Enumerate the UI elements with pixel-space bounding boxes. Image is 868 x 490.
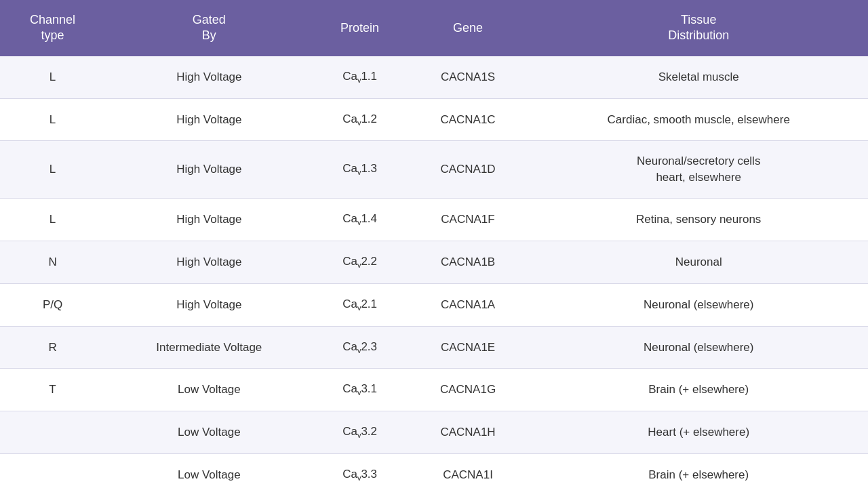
table-row: LHigh VoltageCav1.2CACNA1CCardiac, smoot… — [0, 98, 868, 141]
cell-protein: Cav2.1 — [313, 283, 407, 326]
table-container: Channeltype GatedBy Protein Gene TissueD… — [0, 0, 868, 490]
cell-channel-type: T — [0, 369, 105, 411]
cell-gated-by: High Voltage — [105, 199, 313, 241]
cell-gene: CACNA1A — [407, 283, 530, 326]
cell-tissue-distribution: Neuronal/secretory cellsheart, elsewhere — [529, 141, 868, 199]
table-row: LHigh VoltageCav1.4CACNA1FRetina, sensor… — [0, 199, 868, 241]
cell-protein: Cav1.4 — [313, 199, 407, 241]
cell-gated-by: Low Voltage — [105, 454, 313, 490]
cell-gated-by: High Voltage — [105, 98, 313, 141]
cell-channel-type: L — [0, 98, 105, 141]
cell-protein: Cav3.2 — [313, 411, 407, 454]
table-row: RIntermediate VoltageCav2.3CACNA1ENeuron… — [0, 326, 868, 369]
cell-protein: Cav3.1 — [313, 369, 407, 411]
header-tissue-distribution: TissueDistribution — [529, 0, 868, 56]
cell-protein: Cav1.2 — [313, 98, 407, 141]
cell-protein: Cav1.3 — [313, 141, 407, 199]
cell-gene: CACNA1I — [407, 454, 530, 490]
calcium-channel-table: Channeltype GatedBy Protein Gene TissueD… — [0, 0, 868, 490]
header-protein: Protein — [313, 0, 407, 56]
cell-gene: CACNA1B — [407, 241, 530, 283]
header-gene: Gene — [407, 0, 530, 56]
cell-gene: CACNA1G — [407, 369, 530, 411]
cell-gated-by: High Voltage — [105, 241, 313, 283]
cell-tissue-distribution: Brain (+ elsewhere) — [529, 454, 868, 490]
cell-gene: CACNA1C — [407, 98, 530, 141]
cell-gated-by: High Voltage — [105, 56, 313, 98]
cell-tissue-distribution: Neuronal (elsewhere) — [529, 326, 868, 369]
cell-channel-type: P/Q — [0, 283, 105, 326]
cell-channel-type: L — [0, 56, 105, 98]
cell-channel-type: L — [0, 199, 105, 241]
cell-gated-by: Intermediate Voltage — [105, 326, 313, 369]
cell-tissue-distribution: Cardiac, smooth muscle, elsewhere — [529, 98, 868, 141]
cell-tissue-distribution: Brain (+ elsewhere) — [529, 369, 868, 411]
cell-tissue-distribution: Skeletal muscle — [529, 56, 868, 98]
cell-tissue-distribution: Retina, sensory neurons — [529, 199, 868, 241]
cell-channel-type — [0, 411, 105, 454]
cell-tissue-distribution: Neuronal (elsewhere) — [529, 283, 868, 326]
cell-channel-type: L — [0, 141, 105, 199]
table-row: TLow VoltageCav3.1CACNA1GBrain (+ elsewh… — [0, 369, 868, 411]
table-row: P/QHigh VoltageCav2.1CACNA1ANeuronal (el… — [0, 283, 868, 326]
cell-gated-by: High Voltage — [105, 283, 313, 326]
table-row: NHigh VoltageCav2.2CACNA1BNeuronal — [0, 241, 868, 283]
cell-channel-type: N — [0, 241, 105, 283]
cell-channel-type: R — [0, 326, 105, 369]
cell-protein: Cav2.3 — [313, 326, 407, 369]
cell-protein: Cav1.1 — [313, 56, 407, 98]
table-row: Low VoltageCav3.2CACNA1HHeart (+ elsewhe… — [0, 411, 868, 454]
cell-gene: CACNA1H — [407, 411, 530, 454]
cell-gene: CACNA1S — [407, 56, 530, 98]
cell-tissue-distribution: Neuronal — [529, 241, 868, 283]
table-row: Low VoltageCav3.3CACNA1IBrain (+ elsewhe… — [0, 454, 868, 490]
cell-protein: Cav2.2 — [313, 241, 407, 283]
cell-tissue-distribution: Heart (+ elsewhere) — [529, 411, 868, 454]
cell-protein: Cav3.3 — [313, 454, 407, 490]
cell-gated-by: High Voltage — [105, 141, 313, 199]
table-row: LHigh VoltageCav1.1CACNA1SSkeletal muscl… — [0, 56, 868, 98]
table-header-row: Channeltype GatedBy Protein Gene TissueD… — [0, 0, 868, 56]
table-row: LHigh VoltageCav1.3CACNA1DNeuronal/secre… — [0, 141, 868, 199]
cell-gated-by: Low Voltage — [105, 411, 313, 454]
header-channel-type: Channeltype — [0, 0, 105, 56]
cell-gene: CACNA1F — [407, 199, 530, 241]
cell-gene: CACNA1D — [407, 141, 530, 199]
header-gated-by: GatedBy — [105, 0, 313, 56]
cell-gene: CACNA1E — [407, 326, 530, 369]
cell-gated-by: Low Voltage — [105, 369, 313, 411]
cell-channel-type — [0, 454, 105, 490]
